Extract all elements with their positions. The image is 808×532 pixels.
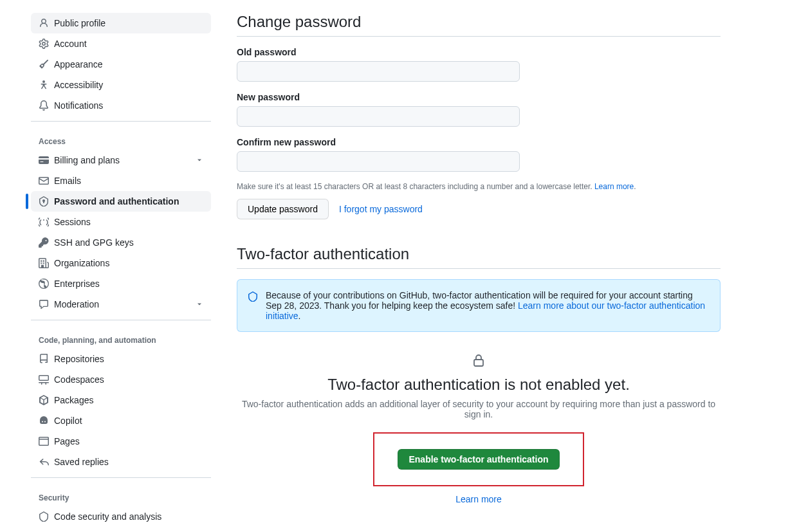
password-hint: Make sure it's at least 15 characters OR… [237,182,721,191]
key-icon [39,237,49,248]
shield-info-icon [248,291,258,302]
sidebar-label: Accessibility [54,80,203,90]
sidebar-label: Code security and analysis [54,511,203,522]
svg-rect-0 [474,360,483,366]
banner-text-wrap: Because of your contributions on GitHub,… [266,290,710,321]
confirm-password-group: Confirm new password [237,137,721,172]
sidebar-label: Moderation [54,299,196,309]
tfa-learn-more-link[interactable]: Learn more [455,494,502,504]
sidebar-label: Public profile [54,18,203,28]
paintbrush-icon [39,59,49,69]
globe-icon [39,279,49,289]
sidebar-item-packages[interactable]: Packages [31,390,211,410]
copilot-icon [39,416,49,426]
old-password-input[interactable] [237,61,520,82]
sidebar-item-moderation[interactable]: Moderation [31,294,211,315]
sidebar-section-access: Access Billing and plans Emails [31,132,211,320]
old-password-group: Old password [237,47,721,82]
tfa-subtitle: Two-factor authentication adds an additi… [237,399,721,419]
codespaces-icon [39,374,49,385]
sidebar-item-ssh-keys[interactable]: SSH and GPG keys [31,232,211,253]
sidebar-section-profile: Public profile Account Appearance Access… [31,13,211,122]
password-actions: Update password I forgot my password [237,199,721,219]
sidebar-item-emails[interactable]: Emails [31,170,211,191]
sidebar-item-public-profile[interactable]: Public profile [31,13,211,33]
settings-sidebar: Public profile Account Appearance Access… [31,13,211,532]
sidebar-label: Packages [54,395,203,405]
sidebar-label: Appearance [54,59,203,69]
tfa-heading: Two-factor authentication [237,245,721,269]
old-password-label: Old password [237,47,721,57]
sidebar-item-organizations[interactable]: Organizations [31,253,211,273]
shield-lock-icon [39,196,49,206]
sidebar-label: Organizations [54,258,203,268]
gear-icon [39,39,49,49]
password-hint-link[interactable]: Learn more [594,182,634,191]
sidebar-label: Account [54,39,203,49]
sidebar-label: Codespaces [54,374,203,385]
tfa-not-enabled-title: Two-factor authentication is not enabled… [237,376,721,394]
sidebar-item-account[interactable]: Account [31,33,211,54]
sidebar-label: Emails [54,176,203,186]
sidebar-label: Billing and plans [54,155,196,165]
sidebar-item-code-security[interactable]: Code security and analysis [31,506,211,527]
comment-icon [39,299,49,309]
broadcast-icon [39,217,49,227]
new-password-input[interactable] [237,106,520,127]
confirm-password-label: Confirm new password [237,137,721,147]
sidebar-item-billing[interactable]: Billing and plans [31,150,211,170]
sidebar-item-saved-replies[interactable]: Saved replies [31,452,211,472]
tfa-required-banner: Because of your contributions on GitHub,… [237,279,721,332]
credit-card-icon [39,155,49,165]
package-icon [39,395,49,405]
chevron-down-icon [196,300,203,308]
update-password-button[interactable]: Update password [237,199,329,219]
enable-tfa-highlight: Enable two-factor authentication [373,432,583,486]
section-title-code: Code, planning, and automation [31,331,211,349]
sidebar-label: Notifications [54,100,203,111]
sidebar-label: Saved replies [54,457,203,467]
change-password-heading: Change password [237,13,721,37]
section-title-access: Access [31,132,211,150]
sidebar-label: Copilot [54,416,203,426]
new-password-group: New password [237,92,721,127]
sidebar-label: Enterprises [54,279,203,289]
lock-icon [471,353,486,368]
sidebar-label: Repositories [54,354,203,364]
chevron-down-icon [196,156,203,164]
sidebar-item-codespaces[interactable]: Codespaces [31,369,211,390]
sidebar-item-enterprises[interactable]: Enterprises [31,273,211,294]
sidebar-label: Password and authentication [54,196,203,206]
sidebar-item-accessibility[interactable]: Accessibility [31,75,211,95]
reply-icon [39,457,49,467]
organization-icon [39,258,49,268]
sidebar-section-code: Code, planning, and automation Repositor… [31,331,211,478]
enable-tfa-button[interactable]: Enable two-factor authentication [398,449,559,470]
sidebar-section-security: Security Code security and analysis [31,488,211,532]
confirm-password-input[interactable] [237,151,520,172]
browser-icon [39,436,49,446]
sidebar-label: Sessions [54,217,203,227]
sidebar-item-password-auth[interactable]: Password and authentication [31,191,211,212]
accessibility-icon [39,80,49,90]
repo-icon [39,354,49,364]
bell-icon [39,100,49,111]
section-title-security: Security [31,488,211,506]
main-content: Change password Old password New passwor… [237,13,751,532]
mail-icon [39,176,49,186]
shield-icon [39,511,49,522]
sidebar-item-appearance[interactable]: Appearance [31,54,211,75]
sidebar-item-notifications[interactable]: Notifications [31,95,211,116]
tfa-not-enabled-block: Two-factor authentication is not enabled… [237,353,721,504]
sidebar-label: Pages [54,436,203,446]
forgot-password-link[interactable]: I forgot my password [339,204,423,214]
sidebar-item-copilot[interactable]: Copilot [31,410,211,431]
new-password-label: New password [237,92,721,102]
sidebar-item-pages[interactable]: Pages [31,431,211,452]
password-hint-text: Make sure it's at least 15 characters OR… [237,182,594,191]
person-icon [39,18,49,28]
sidebar-item-sessions[interactable]: Sessions [31,212,211,232]
sidebar-item-repositories[interactable]: Repositories [31,349,211,369]
sidebar-label: SSH and GPG keys [54,237,203,248]
